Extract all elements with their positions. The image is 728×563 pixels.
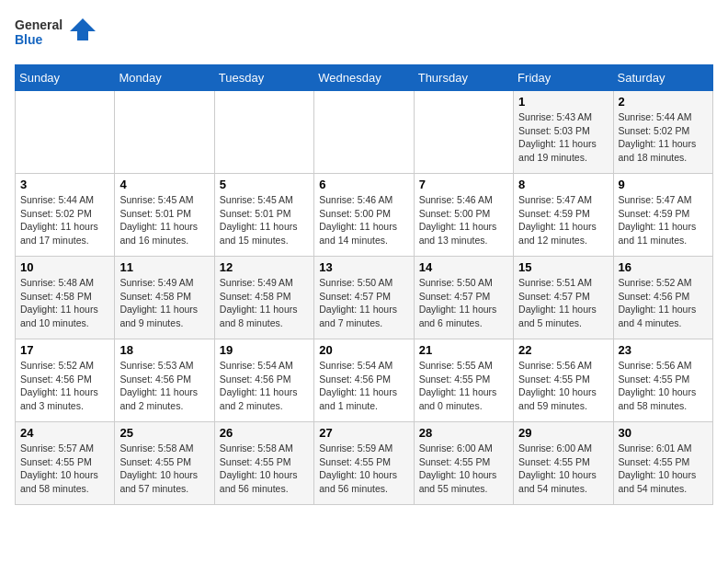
day-number: 12 <box>220 260 309 274</box>
calendar-cell: 10Sunrise: 5:48 AM Sunset: 4:58 PM Dayli… <box>16 257 115 339</box>
day-number: 8 <box>518 178 608 191</box>
calendar-cell: 29Sunrise: 6:00 AM Sunset: 4:55 PM Dayli… <box>514 422 613 505</box>
logo: General Blue <box>15 15 97 55</box>
day-number: 15 <box>518 260 608 274</box>
calendar-cell: 17Sunrise: 5:52 AM Sunset: 4:56 PM Dayli… <box>16 339 115 422</box>
calendar-cell: 2Sunrise: 5:44 AM Sunset: 5:02 PM Daylig… <box>613 91 712 174</box>
day-number: 6 <box>319 178 408 191</box>
day-detail: Sunrise: 5:44 AM Sunset: 5:02 PM Dayligh… <box>619 110 708 165</box>
day-number: 21 <box>419 343 508 357</box>
calendar-cell: 3Sunrise: 5:44 AM Sunset: 5:02 PM Daylig… <box>16 174 115 257</box>
day-header-tuesday: Tuesday <box>214 65 313 91</box>
calendar-cell: 22Sunrise: 5:56 AM Sunset: 4:55 PM Dayli… <box>514 339 613 422</box>
day-detail: Sunrise: 5:52 AM Sunset: 4:56 PM Dayligh… <box>20 359 109 413</box>
day-number: 7 <box>419 178 508 191</box>
day-number: 25 <box>119 426 209 440</box>
calendar-cell: 27Sunrise: 5:59 AM Sunset: 4:55 PM Dayli… <box>314 422 414 505</box>
day-detail: Sunrise: 5:53 AM Sunset: 4:56 PM Dayligh… <box>119 359 209 413</box>
day-number: 18 <box>119 343 209 357</box>
day-number: 13 <box>319 260 408 274</box>
day-detail: Sunrise: 5:43 AM Sunset: 5:03 PM Dayligh… <box>518 110 608 165</box>
calendar-week-1: 1Sunrise: 5:43 AM Sunset: 5:03 PM Daylig… <box>16 91 713 174</box>
day-detail: Sunrise: 5:56 AM Sunset: 4:55 PM Dayligh… <box>518 359 608 413</box>
calendar-cell: 19Sunrise: 5:54 AM Sunset: 4:56 PM Dayli… <box>214 339 313 422</box>
calendar-cell: 26Sunrise: 5:58 AM Sunset: 4:55 PM Dayli… <box>214 422 313 505</box>
day-number: 9 <box>619 178 708 191</box>
calendar-header-row: SundayMondayTuesdayWednesdayThursdayFrid… <box>16 65 713 91</box>
day-detail: Sunrise: 5:55 AM Sunset: 4:55 PM Dayligh… <box>419 359 508 413</box>
logo-svg: General Blue <box>15 15 97 55</box>
day-number: 14 <box>419 260 508 274</box>
calendar-week-2: 3Sunrise: 5:44 AM Sunset: 5:02 PM Daylig… <box>16 174 713 257</box>
day-detail: Sunrise: 5:51 AM Sunset: 4:57 PM Dayligh… <box>518 276 608 330</box>
day-number: 22 <box>518 343 608 357</box>
calendar-cell: 6Sunrise: 5:46 AM Sunset: 5:00 PM Daylig… <box>314 174 414 257</box>
day-number: 2 <box>619 95 708 109</box>
day-detail: Sunrise: 5:52 AM Sunset: 4:56 PM Dayligh… <box>619 276 708 330</box>
day-detail: Sunrise: 5:50 AM Sunset: 4:57 PM Dayligh… <box>419 276 508 330</box>
day-detail: Sunrise: 5:56 AM Sunset: 4:55 PM Dayligh… <box>619 359 708 413</box>
calendar-cell <box>115 91 214 174</box>
day-detail: Sunrise: 5:45 AM Sunset: 5:01 PM Dayligh… <box>119 193 209 247</box>
day-detail: Sunrise: 5:54 AM Sunset: 4:56 PM Dayligh… <box>220 359 309 413</box>
day-detail: Sunrise: 5:44 AM Sunset: 5:02 PM Dayligh… <box>20 193 109 247</box>
day-number: 24 <box>20 426 109 440</box>
day-detail: Sunrise: 5:59 AM Sunset: 4:55 PM Dayligh… <box>319 442 408 496</box>
day-detail: Sunrise: 6:00 AM Sunset: 4:55 PM Dayligh… <box>419 442 508 496</box>
calendar-cell: 7Sunrise: 5:46 AM Sunset: 5:00 PM Daylig… <box>414 174 513 257</box>
calendar-cell: 25Sunrise: 5:58 AM Sunset: 4:55 PM Dayli… <box>115 422 214 505</box>
day-number: 20 <box>319 343 408 357</box>
calendar-cell: 21Sunrise: 5:55 AM Sunset: 4:55 PM Dayli… <box>414 339 513 422</box>
calendar-cell: 18Sunrise: 5:53 AM Sunset: 4:56 PM Dayli… <box>115 339 214 422</box>
day-number: 4 <box>119 178 209 191</box>
calendar-cell: 12Sunrise: 5:49 AM Sunset: 4:58 PM Dayli… <box>214 257 313 339</box>
day-number: 5 <box>220 178 309 191</box>
day-header-saturday: Saturday <box>613 65 712 91</box>
day-detail: Sunrise: 5:50 AM Sunset: 4:57 PM Dayligh… <box>319 276 408 330</box>
calendar-cell: 9Sunrise: 5:47 AM Sunset: 4:59 PM Daylig… <box>613 174 712 257</box>
calendar-cell <box>314 91 414 174</box>
day-header-sunday: Sunday <box>16 65 115 91</box>
day-number: 1 <box>518 95 608 109</box>
calendar-cell <box>16 91 115 174</box>
page-header: General Blue <box>15 15 713 55</box>
day-detail: Sunrise: 5:49 AM Sunset: 4:58 PM Dayligh… <box>220 276 309 330</box>
day-detail: Sunrise: 5:58 AM Sunset: 4:55 PM Dayligh… <box>220 442 309 496</box>
calendar-cell: 20Sunrise: 5:54 AM Sunset: 4:56 PM Dayli… <box>314 339 414 422</box>
day-number: 23 <box>619 343 708 357</box>
svg-text:Blue: Blue <box>15 32 43 47</box>
calendar-cell: 16Sunrise: 5:52 AM Sunset: 4:56 PM Dayli… <box>613 257 712 339</box>
calendar-cell <box>414 91 513 174</box>
day-detail: Sunrise: 5:47 AM Sunset: 4:59 PM Dayligh… <box>619 193 708 247</box>
day-detail: Sunrise: 5:46 AM Sunset: 5:00 PM Dayligh… <box>319 193 408 247</box>
day-header-friday: Friday <box>514 65 613 91</box>
calendar-cell: 4Sunrise: 5:45 AM Sunset: 5:01 PM Daylig… <box>115 174 214 257</box>
calendar-cell: 14Sunrise: 5:50 AM Sunset: 4:57 PM Dayli… <box>414 257 513 339</box>
day-number: 27 <box>319 426 408 440</box>
calendar-cell: 8Sunrise: 5:47 AM Sunset: 4:59 PM Daylig… <box>514 174 613 257</box>
day-header-thursday: Thursday <box>414 65 513 91</box>
day-detail: Sunrise: 5:45 AM Sunset: 5:01 PM Dayligh… <box>220 193 309 247</box>
calendar-week-4: 17Sunrise: 5:52 AM Sunset: 4:56 PM Dayli… <box>16 339 713 422</box>
day-detail: Sunrise: 5:49 AM Sunset: 4:58 PM Dayligh… <box>119 276 209 330</box>
day-number: 3 <box>20 178 109 191</box>
calendar-cell: 15Sunrise: 5:51 AM Sunset: 4:57 PM Dayli… <box>514 257 613 339</box>
day-header-wednesday: Wednesday <box>314 65 414 91</box>
calendar-cell: 30Sunrise: 6:01 AM Sunset: 4:55 PM Dayli… <box>613 422 712 505</box>
calendar-cell: 1Sunrise: 5:43 AM Sunset: 5:03 PM Daylig… <box>514 91 613 174</box>
day-detail: Sunrise: 5:58 AM Sunset: 4:55 PM Dayligh… <box>119 442 209 496</box>
svg-marker-2 <box>70 18 96 40</box>
day-detail: Sunrise: 6:00 AM Sunset: 4:55 PM Dayligh… <box>518 442 608 496</box>
day-detail: Sunrise: 5:46 AM Sunset: 5:00 PM Dayligh… <box>419 193 508 247</box>
calendar-cell: 11Sunrise: 5:49 AM Sunset: 4:58 PM Dayli… <box>115 257 214 339</box>
calendar-cell: 28Sunrise: 6:00 AM Sunset: 4:55 PM Dayli… <box>414 422 513 505</box>
day-detail: Sunrise: 6:01 AM Sunset: 4:55 PM Dayligh… <box>619 442 708 496</box>
day-detail: Sunrise: 5:47 AM Sunset: 4:59 PM Dayligh… <box>518 193 608 247</box>
day-detail: Sunrise: 5:48 AM Sunset: 4:58 PM Dayligh… <box>20 276 109 330</box>
day-number: 17 <box>20 343 109 357</box>
day-number: 26 <box>220 426 309 440</box>
day-detail: Sunrise: 5:54 AM Sunset: 4:56 PM Dayligh… <box>319 359 408 413</box>
calendar-week-5: 24Sunrise: 5:57 AM Sunset: 4:55 PM Dayli… <box>16 422 713 505</box>
calendar-cell <box>214 91 313 174</box>
day-detail: Sunrise: 5:57 AM Sunset: 4:55 PM Dayligh… <box>20 442 109 496</box>
